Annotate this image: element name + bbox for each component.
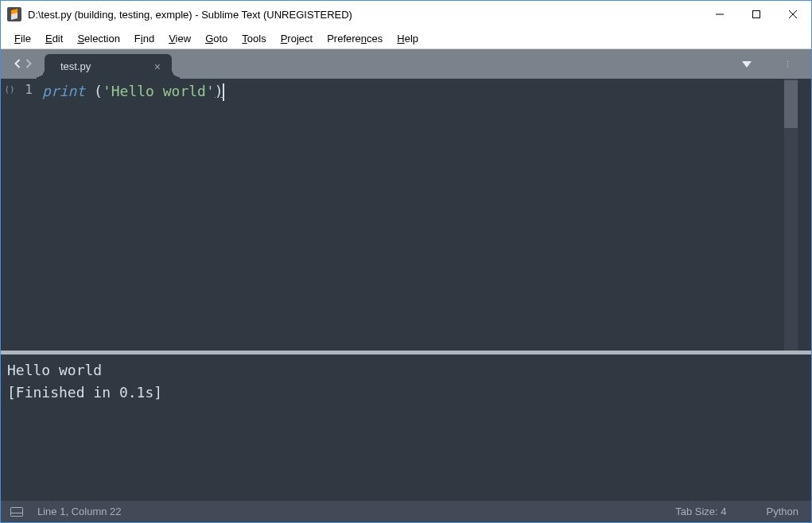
editor-area[interactable]: () 1 print ('Hello world') xyxy=(1,79,811,351)
code-view[interactable]: print ('Hello world') xyxy=(42,79,784,351)
token-function: print xyxy=(42,83,85,99)
minimap[interactable] xyxy=(798,79,811,351)
menu-selection[interactable]: Selection xyxy=(70,33,126,45)
close-button[interactable] xyxy=(775,1,811,28)
svg-rect-4 xyxy=(11,507,23,516)
tab-next-icon[interactable] xyxy=(25,57,33,72)
line-number: 1 xyxy=(18,79,33,101)
menu-find[interactable]: Find xyxy=(127,33,161,45)
title-bar: D:\test.py (building, testing, exmple) -… xyxy=(1,1,811,28)
editor-scrollbar[interactable] xyxy=(784,79,798,351)
fold-indicator: () xyxy=(1,79,18,101)
menu-edit[interactable]: Edit xyxy=(38,33,70,45)
app-icon xyxy=(7,7,21,21)
tab-overflow-icon[interactable]: ⋮ xyxy=(784,60,794,68)
text-cursor xyxy=(223,83,224,101)
output-line: [Finished in 0.1s] xyxy=(7,384,162,401)
tab-test-py[interactable]: test.py × xyxy=(45,54,172,79)
tab-bar: test.py × ⋮ xyxy=(1,49,811,79)
panel-switcher-icon[interactable] xyxy=(10,507,23,517)
output-line: Hello world xyxy=(7,362,102,378)
fold-gutter: () xyxy=(1,79,18,351)
tab-close-icon[interactable]: × xyxy=(154,61,161,72)
build-output-panel[interactable]: Hello world [Finished in 0.1s] xyxy=(1,354,811,501)
status-syntax[interactable]: Python xyxy=(767,506,798,517)
scrollbar-thumb[interactable] xyxy=(784,80,798,128)
svg-rect-1 xyxy=(753,11,760,18)
menu-project[interactable]: Project xyxy=(274,33,320,45)
token-space xyxy=(85,83,94,99)
line-number-gutter: 1 xyxy=(18,79,42,351)
token-string: 'Hello world' xyxy=(103,83,215,99)
menu-preferences[interactable]: Preferences xyxy=(320,33,390,45)
menu-goto[interactable]: Goto xyxy=(198,33,235,45)
minimize-button[interactable] xyxy=(701,1,738,28)
tab-prev-icon[interactable] xyxy=(14,57,21,72)
window-title: D:\test.py (building, testing, exmple) -… xyxy=(28,9,701,21)
menu-bar: File Edit Selection Find View Goto Tools… xyxy=(1,28,811,49)
menu-file[interactable]: File xyxy=(7,33,38,45)
status-bar: Line 1, Column 22 Tab Size: 4 Python xyxy=(1,501,811,522)
maximize-button[interactable] xyxy=(738,1,775,28)
token-open-paren: ( xyxy=(94,83,103,99)
menu-help[interactable]: Help xyxy=(390,33,425,45)
status-tab-size[interactable]: Tab Size: 4 xyxy=(675,506,726,517)
status-position[interactable]: Line 1, Column 22 xyxy=(37,506,122,517)
tab-label: test.py xyxy=(60,60,91,72)
tab-dropdown-icon[interactable] xyxy=(741,57,752,72)
window-controls xyxy=(701,1,811,28)
menu-tools[interactable]: Tools xyxy=(235,33,273,45)
menu-view[interactable]: View xyxy=(161,33,198,45)
